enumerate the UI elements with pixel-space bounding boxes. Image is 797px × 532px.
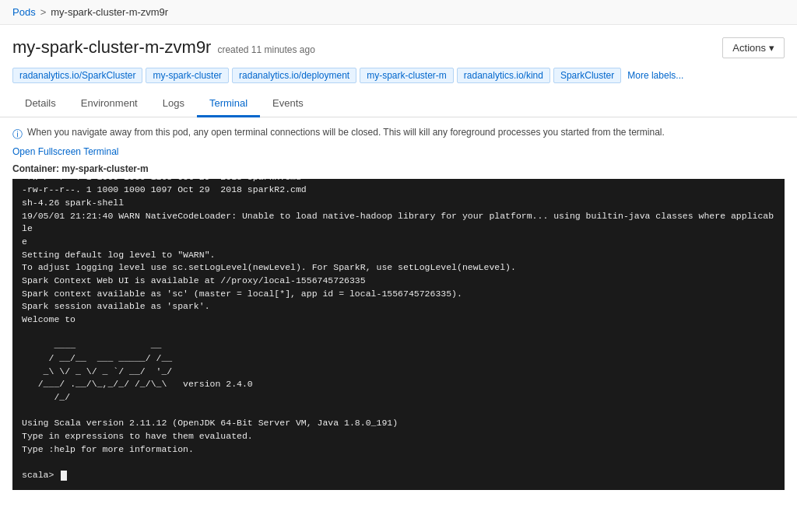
breadcrumb-pods-link[interactable]: Pods [12,6,36,18]
info-icon: ⓘ [12,128,23,142]
tab-terminal[interactable]: Terminal [197,91,260,117]
actions-label: Actions [732,42,766,54]
labels-row: radanalytics.io/SparkCluster my-spark-cl… [0,65,797,91]
breadcrumb-current: my-spark-cluster-m-zvm9r [51,6,168,18]
page-subtitle: created 11 minutes ago [217,44,314,55]
content-area: ⓘ When you navigate away from this pod, … [0,117,797,499]
tab-logs[interactable]: Logs [150,91,197,117]
tab-environment[interactable]: Environment [68,91,150,117]
tabs-row: Details Environment Logs Terminal Events [0,91,797,117]
label-tag-1[interactable]: my-spark-cluster [146,68,229,83]
label-tag-0[interactable]: radanalytics.io/SparkCluster [12,68,142,83]
label-tag-4[interactable]: radanalytics.io/kind [457,68,550,83]
page-title: my-spark-cluster-m-zvm9r [12,37,211,58]
tab-events[interactable]: Events [260,91,316,117]
info-notice: ⓘ When you navigate away from this pod, … [12,127,785,142]
terminal-cursor [61,471,67,481]
terminal[interactable]: -rwxr-xr-x. 1 1000 1000 1065 Oct 29 2018… [12,179,785,490]
breadcrumb: Pods > my-spark-cluster-m-zvm9r [0,0,797,25]
label-tag-2[interactable]: radanalytics.io/deployment [232,68,356,83]
breadcrumb-separator: > [40,6,47,18]
page-header: my-spark-cluster-m-zvm9r created 11 minu… [0,25,797,65]
page-title-area: my-spark-cluster-m-zvm9r created 11 minu… [12,37,315,58]
label-tag-3[interactable]: my-spark-cluster-m [360,68,454,83]
label-tag-5[interactable]: SparkCluster [553,68,621,83]
container-label: Container: my-spark-cluster-m [12,163,785,174]
fullscreen-terminal-link[interactable]: Open Fullscreen Terminal [12,146,785,157]
terminal-prompt-text: scala> [22,469,59,482]
chevron-down-icon: ▾ [769,42,774,54]
actions-button[interactable]: Actions ▾ [722,37,785,58]
notice-text: When you navigate away from this pod, an… [27,127,665,138]
tab-details[interactable]: Details [12,91,68,117]
more-labels-link[interactable]: More labels... [627,70,683,81]
